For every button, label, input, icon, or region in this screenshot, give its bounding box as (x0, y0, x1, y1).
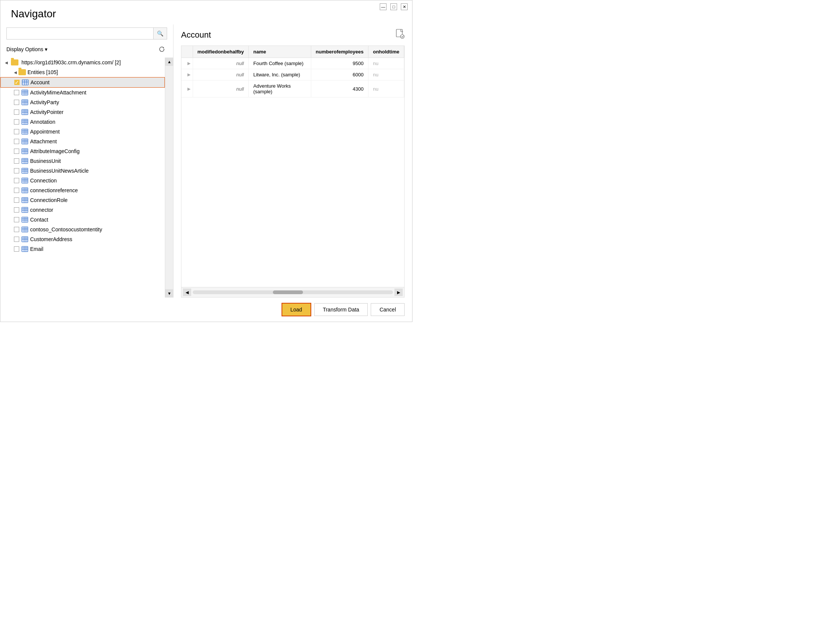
svg-rect-10 (22, 100, 28, 105)
svg-rect-80 (22, 237, 28, 242)
checkbox-appointment[interactable] (14, 129, 19, 134)
entity-item-activitypointer[interactable]: ActivityPointer (0, 107, 165, 117)
checkbox-customeraddress[interactable] (14, 237, 19, 242)
h-scroll-track (193, 290, 393, 294)
tree-scroll-bar: ▲ ▼ (165, 57, 173, 297)
checkbox-contact[interactable] (14, 217, 19, 222)
table-icon-businessunit (22, 158, 28, 164)
table-icon-attachment (22, 139, 28, 145)
entity-item-activityparty[interactable]: ActivityParty (0, 97, 165, 107)
entity-item-connection[interactable]: Connection (0, 176, 165, 185)
search-button[interactable]: 🔍 (154, 28, 167, 40)
entities-collapse-icon[interactable]: ◀ (12, 69, 19, 75)
preview-file-icon (396, 29, 405, 41)
entity-item-connector[interactable]: connector (0, 205, 165, 215)
checkbox-contosocustomtentity[interactable] (14, 227, 19, 232)
entities-folder-item[interactable]: ◀ Entities [105] (0, 67, 165, 77)
checkbox-activitypointer[interactable] (14, 109, 19, 115)
checkbox-email[interactable] (14, 247, 19, 252)
entity-name-connector: connector (30, 207, 53, 213)
entity-name-businessunit: BusinessUnit (30, 158, 61, 164)
refresh-button[interactable] (156, 44, 167, 54)
checkbox-activitymimeattachment[interactable] (14, 90, 19, 95)
close-button[interactable]: ✕ (401, 3, 408, 10)
entity-item-connectionreference[interactable]: connectionreference (0, 185, 165, 195)
entity-name-activitypointer: ActivityPointer (30, 109, 63, 115)
entity-item-businessunit[interactable]: BusinessUnit (0, 156, 165, 166)
display-options-row: Display Options ▾ (0, 43, 173, 57)
checkbox-connectionrole[interactable] (14, 197, 19, 203)
checkbox-attachment[interactable] (14, 139, 19, 144)
entity-item-businessunitnewsarticle[interactable]: BusinessUnitNewsArticle (0, 166, 165, 176)
col-header-modifiedonbehalfby: modifiedonbehalfby (193, 46, 249, 58)
table-icon-customeraddress (22, 236, 28, 242)
checkbox-account[interactable]: ✓ (14, 80, 20, 85)
content-area: 🔍 Display Options ▾ (0, 25, 412, 297)
entity-item-account[interactable]: ✓ Account (0, 77, 165, 88)
entity-name-businessunitnewsarticle: BusinessUnitNewsArticle (30, 168, 89, 174)
entity-item-attributeimageconfig[interactable]: AttributeImageConfig (0, 146, 165, 156)
cell-name-2: Litware, Inc. (sample) (249, 69, 311, 80)
svg-rect-65 (22, 207, 28, 213)
load-button[interactable]: Load (281, 303, 311, 316)
table-icon-appointment (22, 129, 28, 135)
svg-rect-35 (22, 149, 28, 154)
search-input[interactable] (6, 28, 154, 40)
entities-label: Entities [105] (28, 69, 58, 75)
entity-name-annotation: Annotation (30, 119, 55, 125)
entity-item-customeraddress[interactable]: CustomerAddress (0, 234, 165, 244)
entity-item-annotation[interactable]: Annotation (0, 117, 165, 127)
maximize-button[interactable]: □ (390, 3, 397, 10)
table-icon-connectionreference (22, 187, 28, 193)
entity-name-email: Email (30, 246, 43, 252)
checkbox-connectionreference[interactable] (14, 188, 19, 193)
entity-item-contact[interactable]: Contact (0, 215, 165, 225)
minimize-button[interactable]: — (380, 3, 386, 10)
entity-item-appointment[interactable]: Appointment (0, 127, 165, 137)
root-folder-icon (11, 59, 19, 65)
table-icon-activitypointer (22, 109, 28, 115)
root-collapse-icon[interactable]: ◀ (3, 59, 9, 65)
scroll-left-button[interactable]: ◀ (183, 288, 191, 296)
svg-rect-70 (22, 217, 28, 222)
cell-employees-3: 4300 (311, 80, 368, 97)
checkbox-annotation[interactable] (14, 119, 19, 125)
display-options-label: Display Options (6, 46, 43, 52)
checkbox-connection[interactable] (14, 178, 19, 183)
checkbox-businessunitnewsarticle[interactable] (14, 168, 19, 173)
scroll-up-button[interactable]: ▲ (165, 57, 173, 66)
h-scroll-thumb (273, 290, 303, 294)
table-icon-account (22, 79, 29, 85)
checkbox-connector[interactable] (14, 207, 19, 213)
tree-root-item[interactable]: ◀ https://org1d1f903c.crm.dynamics.com/ … (0, 57, 165, 67)
left-panel: 🔍 Display Options ▾ (0, 25, 173, 297)
entity-name-connection: Connection (30, 177, 57, 183)
table-icon-activityparty (22, 99, 28, 105)
checkbox-businessunit[interactable] (14, 159, 19, 163)
entity-item-email[interactable]: Email (0, 244, 165, 254)
checkbox-activityparty[interactable] (14, 100, 19, 105)
svg-rect-50 (22, 178, 28, 183)
footer: Load Transform Data Cancel (0, 297, 412, 322)
entity-item-contosocustomtentity[interactable]: contoso_Contosocustomtentity (0, 225, 165, 234)
transform-data-button[interactable]: Transform Data (314, 303, 368, 316)
svg-rect-85 (22, 247, 28, 252)
right-panel: Account modif (173, 25, 412, 297)
entity-item-attachment[interactable]: Attachment (0, 137, 165, 146)
scroll-down-button[interactable]: ▼ (165, 289, 173, 297)
table-icon-contosocustomtentity (22, 226, 28, 233)
table-icon-annotation (22, 119, 28, 125)
scroll-right-button[interactable]: ▶ (394, 288, 403, 296)
svg-rect-60 (22, 197, 28, 203)
display-options-button[interactable]: Display Options ▾ (6, 46, 48, 52)
svg-rect-0 (22, 80, 28, 85)
table-icon-attributeimageconfig (22, 148, 28, 154)
entity-item-connectionrole[interactable]: ConnectionRole (0, 195, 165, 205)
entity-item-activitymimeattachment[interactable]: ActivityMimeAttachment (0, 88, 165, 97)
cancel-button[interactable]: Cancel (371, 303, 405, 316)
entity-name-connectionreference: connectionreference (30, 187, 78, 193)
cell-name-3: Adventure Works (sample) (249, 80, 311, 97)
horizontal-scroll-bar: ◀ ▶ (181, 287, 405, 297)
checkbox-attributeimageconfig[interactable] (14, 149, 19, 154)
entity-name-connectionrole: ConnectionRole (30, 197, 68, 203)
